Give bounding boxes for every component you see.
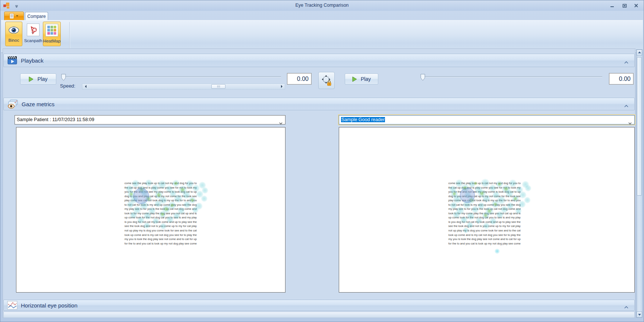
gaze-metrics-icon [7,99,18,109]
scanpath-label: Scanpath [24,38,42,43]
play-icon [29,76,34,82]
minimize-button[interactable] [609,3,616,8]
playback-clapperboard-icon [7,56,18,65]
stimulus-panel-left: come see the play look up is cat not my … [16,127,285,293]
document-icon [9,13,15,19]
speed-left-arrow[interactable] [82,84,89,89]
gaze-metrics-section-header[interactable]: Gaze metrics [3,98,635,110]
playback-slider-left-thumb[interactable] [61,74,66,81]
heatmap-button[interactable]: HeatMap [43,22,61,46]
binoc-button[interactable]: Binoc [5,22,22,46]
reading-passage-right: come see the play look up is cat not my … [448,181,532,246]
scroll-up-button[interactable] [637,50,642,56]
speed-scrollbar[interactable] [82,83,285,89]
horizontal-eye-position-collapse-icon[interactable] [624,304,628,307]
scroll-down-button[interactable] [637,312,642,318]
scanpath-icon [27,23,40,36]
heatmap-label: HeatMap [43,39,61,43]
chevron-down-icon [16,15,19,17]
playback-section-header[interactable]: Playback [3,54,635,67]
horizontal-eye-position-section-header[interactable]: Horizontal eye position [3,300,635,311]
restore-button[interactable] [621,3,628,8]
scrollbar-thumb[interactable] [637,57,642,196]
stimulus-panel-right: come see the play look up is cat not my … [339,127,635,293]
app-window: Eye Tracking Comparison Compare [0,0,644,322]
ribbon: Binoc Scanpath HeatMap [1,20,643,53]
speed-label: Speed: [60,83,75,89]
gaze-metrics-section-title: Gaze metrics [22,101,54,107]
play-button-left[interactable]: Play [20,73,56,85]
collapsed-section-body [3,312,635,318]
gaze-metrics-collapse-icon[interactable] [624,102,628,105]
playback-collapse-icon[interactable] [624,59,628,62]
playback-slider-right-thumb[interactable] [420,74,425,81]
sync-lock-button[interactable] [318,72,335,89]
tab-compare[interactable]: Compare [25,12,48,20]
window-title: Eye Tracking Comparison [0,3,644,8]
recording-select-right-value: Sample Good reader [341,117,385,122]
chevron-down-icon [628,119,632,121]
heatmap-grid-icon [45,24,58,37]
application-menu-button[interactable] [4,12,24,20]
chevron-down-icon [279,119,282,121]
binoc-label: Binoc [9,38,19,42]
recording-select-right[interactable]: Sample Good reader [339,115,635,124]
ribbon-group-separator [69,22,70,51]
play-button-left-label: Play [37,76,47,82]
vertical-scrollbar[interactable] [636,49,643,318]
play-icon [352,76,357,82]
playback-section-title: Playback [21,57,44,64]
playback-slider-left[interactable] [63,76,281,77]
horizontal-eye-position-title: Horizontal eye position [21,302,78,309]
line-chart-icon [7,301,18,310]
recording-select-left-value: Sample Patient : 11/07/2023 11:58:09 [17,117,94,122]
eye-icon [8,24,20,36]
play-button-right[interactable]: Play [345,73,378,85]
time-display-left[interactable]: 0.00 [287,73,312,85]
play-button-right-label: Play [361,76,371,82]
sync-lock-icon [321,75,332,86]
time-display-right[interactable]: 0.00 [609,73,634,85]
titlebar: Eye Tracking Comparison [0,0,644,11]
scanpath-button[interactable]: Scanpath [24,22,42,46]
playback-slider-right[interactable] [423,76,602,77]
speed-thumb[interactable] [211,84,225,89]
recording-select-left[interactable]: Sample Patient : 11/07/2023 11:58:09 [15,115,285,124]
speed-right-arrow[interactable] [278,84,285,89]
reading-passage-left: come see the play look up is cat not my … [124,181,208,246]
close-button[interactable] [633,3,640,8]
